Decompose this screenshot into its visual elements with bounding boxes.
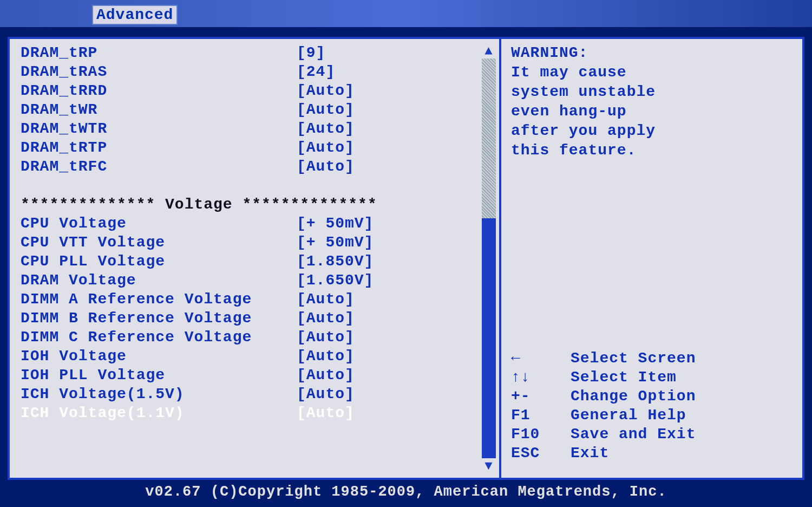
key-name: ←	[511, 349, 571, 368]
warning-text: WARNING: It may cause system unstable ev…	[511, 43, 793, 160]
setting-value[interactable]: [Auto]	[297, 366, 481, 385]
setting-label: DRAM_tRFC	[21, 157, 297, 176]
setting-value[interactable]: [Auto]	[297, 328, 481, 347]
warning-line: even hang-up	[511, 102, 793, 121]
key-desc: Change Option	[571, 387, 696, 406]
setting-label: ICH Voltage(1.1V)	[21, 404, 297, 422]
setting-label: DRAM_tRP	[21, 43, 297, 62]
warning-line: this feature.	[511, 141, 793, 160]
menu-bar[interactable]: Advanced	[0, 0, 812, 27]
setting-row[interactable]: DRAM_tRRD[Auto]	[21, 81, 499, 100]
setting-value[interactable]: [Auto]	[297, 404, 481, 422]
key-legend: ←Select Screen↑↓Select Item+-Change Opti…	[511, 349, 793, 463]
setting-row[interactable]: DRAM_tRP[9]	[21, 43, 499, 62]
key-desc: Select Screen	[571, 349, 696, 368]
setting-label: DRAM_tRAS	[21, 62, 297, 81]
key-desc: Select Item	[571, 368, 677, 387]
setting-label: DRAM_tWTR	[21, 119, 297, 138]
setting-row[interactable]: DIMM B Reference Voltage[Auto]	[21, 309, 499, 328]
key-hint: ↑↓Select Item	[511, 368, 793, 387]
setting-label: IOH PLL Voltage	[21, 366, 297, 385]
key-desc: Save and Exit	[571, 425, 696, 444]
setting-row[interactable]: CPU Voltage[+ 50mV]	[21, 214, 499, 233]
warning-line: after you apply	[511, 121, 793, 141]
setting-value[interactable]: [Auto]	[297, 290, 481, 309]
setting-row[interactable]: CPU PLL Voltage[1.850V]	[21, 252, 499, 271]
setting-value[interactable]: [1.850V]	[297, 252, 481, 271]
setting-row[interactable]: DIMM A Reference Voltage[Auto]	[21, 290, 499, 309]
setting-value[interactable]: [Auto]	[297, 138, 481, 157]
setting-row[interactable]: DRAM_tRFC[Auto]	[21, 157, 499, 176]
key-hint: +-Change Option	[511, 387, 793, 406]
setting-label: DIMM B Reference Voltage	[21, 309, 297, 328]
setting-row[interactable]: ICH Voltage(1.1V)[Auto]	[21, 404, 499, 422]
setting-value[interactable]: [Auto]	[297, 81, 481, 100]
setting-label: DRAM Voltage	[21, 271, 297, 290]
key-name: ↑↓	[511, 368, 571, 387]
setting-row[interactable]: DRAM Voltage[1.650V]	[21, 271, 499, 290]
scroll-down-icon[interactable]: ▼	[482, 458, 496, 473]
setting-label: IOH Voltage	[21, 347, 297, 366]
scroll-up-icon[interactable]: ▲	[482, 43, 496, 58]
key-desc: General Help	[571, 406, 686, 425]
setting-row[interactable]: DRAM_tRTP[Auto]	[21, 138, 499, 157]
key-hint: F1General Help	[511, 406, 793, 425]
warning-line: system unstable	[511, 82, 793, 102]
setting-row[interactable]: DIMM C Reference Voltage[Auto]	[21, 328, 499, 347]
setting-value[interactable]: [9]	[297, 43, 481, 62]
scrollbar[interactable]: ▲ ▼	[482, 43, 496, 473]
setting-value[interactable]: [Auto]	[297, 385, 481, 404]
key-hint: ESCExit	[511, 444, 793, 463]
setting-row[interactable]: ICH Voltage(1.5V)[Auto]	[21, 385, 499, 404]
scroll-thumb[interactable]	[482, 218, 496, 458]
setting-value[interactable]: [Auto]	[297, 309, 481, 328]
setting-label: CPU Voltage	[21, 214, 297, 233]
setting-value[interactable]: [24]	[297, 62, 481, 81]
copyright-footer: v02.67 (C)Copyright 1985-2009, American …	[0, 480, 812, 504]
voltage-section-header: ************** Voltage **************	[21, 195, 499, 214]
main-frame: DRAM_tRP[9]DRAM_tRAS[24]DRAM_tRRD[Auto]D…	[8, 37, 804, 480]
setting-row[interactable]: IOH PLL Voltage[Auto]	[21, 366, 499, 385]
tab-advanced[interactable]: Advanced	[92, 5, 178, 25]
scroll-track[interactable]	[482, 58, 496, 458]
setting-row[interactable]: IOH Voltage[Auto]	[21, 347, 499, 366]
setting-label: CPU PLL Voltage	[21, 252, 297, 271]
setting-label: DRAM_tRTP	[21, 138, 297, 157]
key-name: F1	[511, 406, 571, 425]
setting-label: DRAM_tWR	[21, 100, 297, 119]
setting-value[interactable]: [Auto]	[297, 119, 481, 138]
setting-row[interactable]: DRAM_tRAS[24]	[21, 62, 499, 81]
setting-value[interactable]: [Auto]	[297, 100, 481, 119]
setting-label: DRAM_tRRD	[21, 81, 297, 100]
setting-label: DIMM C Reference Voltage	[21, 328, 297, 347]
setting-value[interactable]: [1.650V]	[297, 271, 481, 290]
setting-row[interactable]: CPU VTT Voltage[+ 50mV]	[21, 233, 499, 252]
settings-panel: DRAM_tRP[9]DRAM_tRAS[24]DRAM_tRRD[Auto]D…	[10, 39, 499, 478]
setting-value[interactable]: [+ 50mV]	[297, 233, 481, 252]
key-hint: ←Select Screen	[511, 349, 793, 368]
key-name: ESC	[511, 444, 571, 463]
help-panel: WARNING: It may cause system unstable ev…	[501, 39, 802, 478]
setting-value[interactable]: [Auto]	[297, 347, 481, 366]
key-name: +-	[511, 387, 571, 406]
setting-row[interactable]: DRAM_tWTR[Auto]	[21, 119, 499, 138]
warning-title: WARNING:	[511, 43, 793, 63]
setting-value[interactable]: [+ 50mV]	[297, 214, 481, 233]
setting-row[interactable]: DRAM_tWR[Auto]	[21, 100, 499, 119]
setting-label: CPU VTT Voltage	[21, 233, 297, 252]
key-name: F10	[511, 425, 571, 444]
warning-line: It may cause	[511, 63, 793, 82]
setting-value[interactable]: [Auto]	[297, 157, 481, 176]
setting-label: ICH Voltage(1.5V)	[21, 385, 297, 404]
setting-label: DIMM A Reference Voltage	[21, 290, 297, 309]
key-hint: F10Save and Exit	[511, 425, 793, 444]
key-desc: Exit	[571, 444, 609, 463]
